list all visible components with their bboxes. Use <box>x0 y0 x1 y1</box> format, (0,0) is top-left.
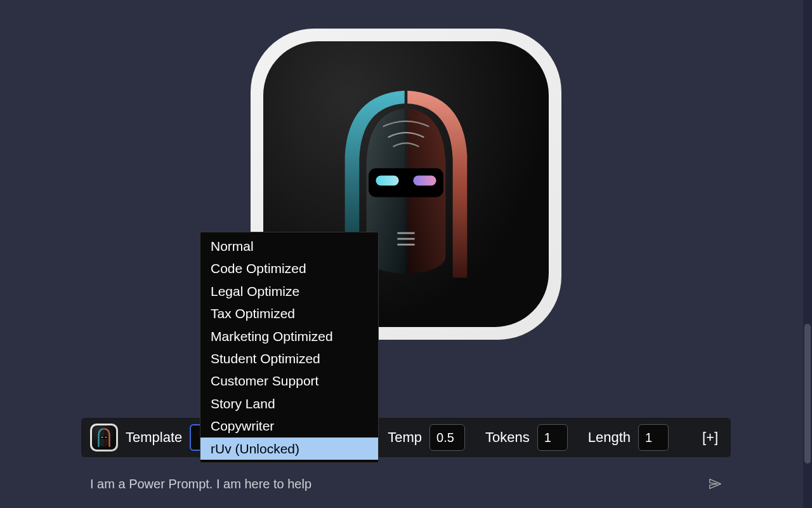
scrollbar[interactable] <box>803 0 812 508</box>
tokens-label: Tokens <box>485 429 530 446</box>
dropdown-option-copywriter[interactable]: Copywriter <box>200 415 378 437</box>
dropdown-option-code[interactable]: Code Optimized <box>200 257 378 279</box>
dropdown-option-support[interactable]: Customer Support <box>200 370 378 392</box>
send-icon[interactable] <box>708 477 722 491</box>
dropdown-option-legal[interactable]: Legal Optimize <box>200 280 378 302</box>
svg-rect-8 <box>105 437 107 438</box>
length-input[interactable] <box>638 424 669 451</box>
toolbar: Template Normal Temp Tokens Length [+] <box>81 418 731 457</box>
dropdown-option-normal[interactable]: Normal <box>200 235 378 257</box>
dropdown-option-student[interactable]: Student Optimized <box>200 347 378 370</box>
temp-label: Temp <box>388 429 422 446</box>
add-button[interactable]: [+] <box>698 429 722 446</box>
scrollbar-thumb[interactable] <box>804 324 811 464</box>
prompt-input[interactable] <box>90 477 658 491</box>
dropdown-option-story[interactable]: Story Land <box>200 392 378 415</box>
template-dropdown-menu[interactable]: Normal Code Optimized Legal Optimize Tax… <box>200 232 379 463</box>
app-logo-small[interactable] <box>90 424 118 451</box>
robot-mask-icon <box>93 427 115 448</box>
svg-rect-7 <box>101 437 103 438</box>
tokens-input[interactable] <box>537 424 568 451</box>
dropdown-option-tax[interactable]: Tax Optimized <box>200 302 378 324</box>
prompt-bar <box>81 470 731 498</box>
svg-rect-2 <box>413 175 436 185</box>
length-label: Length <box>588 429 631 446</box>
svg-rect-1 <box>376 175 398 185</box>
template-label: Template <box>126 429 182 446</box>
temp-input[interactable] <box>429 424 465 451</box>
dropdown-option-ruv[interactable]: rUv (Unlocked) <box>200 438 378 460</box>
dropdown-option-marketing[interactable]: Marketing Optimized <box>200 325 378 347</box>
